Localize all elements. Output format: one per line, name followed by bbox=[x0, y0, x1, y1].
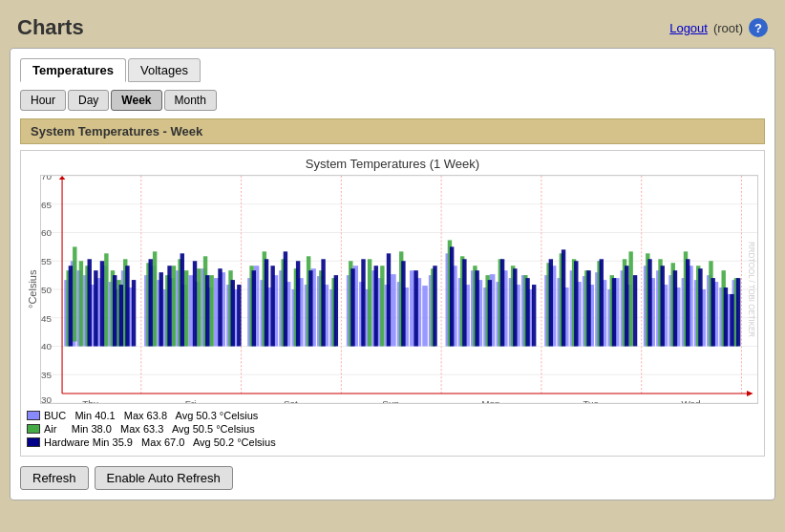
header-user: (root) bbox=[713, 21, 743, 35]
svg-rect-180 bbox=[69, 266, 73, 346]
svg-rect-141 bbox=[197, 268, 201, 346]
sub-tab-row: Hour Day Week Month bbox=[20, 90, 765, 111]
svg-text:45: 45 bbox=[41, 313, 52, 323]
svg-rect-128 bbox=[73, 246, 76, 341]
svg-rect-230 bbox=[673, 270, 677, 346]
svg-rect-227 bbox=[633, 275, 637, 346]
page-wrapper: Charts Logout (root) ? Temperatures Volt… bbox=[0, 0, 785, 532]
svg-rect-129 bbox=[79, 261, 83, 346]
help-icon[interactable]: ? bbox=[749, 18, 768, 37]
chart-title: System Temperatures (1 Week) bbox=[27, 157, 758, 171]
subtab-month[interactable]: Month bbox=[164, 90, 217, 111]
svg-rect-222 bbox=[574, 261, 578, 346]
svg-rect-190 bbox=[167, 266, 171, 346]
svg-text:40: 40 bbox=[41, 342, 52, 351]
svg-rect-194 bbox=[218, 268, 222, 346]
svg-rect-228 bbox=[647, 259, 651, 346]
svg-rect-182 bbox=[94, 270, 97, 346]
svg-rect-186 bbox=[125, 266, 129, 346]
svg-rect-209 bbox=[401, 261, 405, 346]
svg-text:Mon: Mon bbox=[481, 398, 499, 403]
chart-svg: 70 65 60 55 50 45 40 35 30 bbox=[41, 176, 757, 403]
svg-rect-191 bbox=[180, 253, 184, 346]
svg-text:55: 55 bbox=[41, 257, 52, 266]
svg-rect-207 bbox=[374, 266, 378, 346]
svg-rect-214 bbox=[475, 270, 478, 346]
svg-rect-200 bbox=[284, 251, 287, 346]
svg-rect-184 bbox=[113, 275, 117, 346]
svg-rect-196 bbox=[237, 285, 241, 346]
svg-rect-204 bbox=[334, 275, 338, 346]
page-title: Charts bbox=[17, 15, 84, 40]
svg-rect-225 bbox=[612, 278, 616, 346]
chart-container: System Temperatures (1 Week) °Celsius bbox=[20, 150, 765, 457]
legend-color-buc bbox=[27, 411, 40, 420]
main-tab-row: Temperatures Voltages bbox=[20, 58, 765, 82]
svg-rect-212 bbox=[450, 246, 454, 346]
svg-rect-199 bbox=[270, 266, 274, 346]
svg-rect-153 bbox=[368, 259, 371, 346]
header-right: Logout (root) ? bbox=[669, 18, 768, 37]
svg-rect-181 bbox=[88, 259, 92, 346]
svg-rect-232 bbox=[698, 268, 702, 346]
svg-rect-198 bbox=[265, 259, 268, 346]
tab-temperatures[interactable]: Temperatures bbox=[20, 58, 126, 82]
svg-rect-206 bbox=[361, 259, 365, 346]
svg-rect-220 bbox=[549, 259, 553, 346]
svg-rect-195 bbox=[231, 280, 235, 346]
svg-rect-192 bbox=[193, 261, 197, 346]
svg-text:50: 50 bbox=[41, 285, 52, 294]
svg-text:RRDTOOL / TOBI OETIKER: RRDTOOL / TOBI OETIKER bbox=[747, 242, 757, 337]
chart-legend: BUC Min 40.1 Max 63.8 Avg 50.3 °Celsius … bbox=[27, 410, 758, 448]
svg-rect-236 bbox=[736, 278, 740, 346]
header: Charts Logout (root) ? bbox=[10, 10, 775, 48]
logout-link[interactable]: Logout bbox=[669, 21, 708, 35]
subtab-week[interactable]: Week bbox=[111, 90, 161, 111]
svg-rect-229 bbox=[661, 266, 665, 346]
svg-rect-223 bbox=[586, 270, 590, 346]
svg-rect-197 bbox=[252, 270, 256, 346]
legend-item-hardware: Hardware Min 35.9 Max 67.0 Avg 50.2 °Cel… bbox=[27, 436, 758, 448]
svg-rect-201 bbox=[296, 261, 300, 346]
svg-rect-210 bbox=[414, 270, 417, 346]
svg-rect-82 bbox=[422, 286, 428, 346]
svg-rect-208 bbox=[387, 253, 391, 346]
action-row: Refresh Enable Auto Refresh bbox=[20, 466, 765, 490]
svg-text:Sun: Sun bbox=[382, 398, 399, 403]
subtab-hour[interactable]: Hour bbox=[20, 90, 66, 111]
svg-rect-218 bbox=[525, 278, 529, 346]
svg-rect-235 bbox=[730, 294, 733, 347]
subtab-day[interactable]: Day bbox=[68, 90, 109, 111]
refresh-button[interactable]: Refresh bbox=[20, 466, 89, 490]
svg-text:60: 60 bbox=[41, 228, 52, 238]
svg-rect-221 bbox=[562, 249, 565, 346]
tab-voltages[interactable]: Voltages bbox=[128, 58, 201, 82]
svg-rect-188 bbox=[149, 259, 153, 346]
svg-rect-213 bbox=[462, 259, 466, 346]
legend-label-hardware: Hardware Min 35.9 Max 67.0 Avg 50.2 °Cel… bbox=[44, 436, 276, 448]
svg-text:Fri: Fri bbox=[185, 398, 197, 403]
svg-text:Thu: Thu bbox=[82, 398, 98, 403]
svg-rect-77 bbox=[391, 274, 396, 346]
svg-rect-138 bbox=[172, 266, 176, 346]
svg-rect-202 bbox=[308, 270, 312, 346]
svg-rect-140 bbox=[184, 270, 188, 346]
auto-refresh-button[interactable]: Enable Auto Refresh bbox=[95, 466, 233, 490]
svg-rect-226 bbox=[625, 266, 628, 346]
svg-rect-203 bbox=[321, 259, 325, 346]
svg-text:Wed: Wed bbox=[681, 398, 700, 403]
svg-rect-171 bbox=[628, 251, 632, 346]
svg-rect-189 bbox=[159, 272, 163, 346]
svg-rect-143 bbox=[209, 275, 213, 346]
legend-color-air bbox=[27, 424, 40, 434]
svg-rect-131 bbox=[104, 253, 108, 346]
svg-rect-234 bbox=[724, 287, 728, 346]
svg-rect-224 bbox=[600, 259, 604, 346]
chart-area: °Celsius bbox=[27, 175, 758, 404]
legend-label-air: Air Min 38.0 Max 63.3 Avg 50.5 °Celsius bbox=[44, 423, 255, 435]
svg-rect-187 bbox=[132, 280, 136, 346]
svg-rect-185 bbox=[119, 285, 123, 346]
section-title: System Temperatures - Week bbox=[20, 118, 765, 144]
svg-text:35: 35 bbox=[41, 371, 52, 380]
legend-color-hardware bbox=[27, 437, 40, 447]
